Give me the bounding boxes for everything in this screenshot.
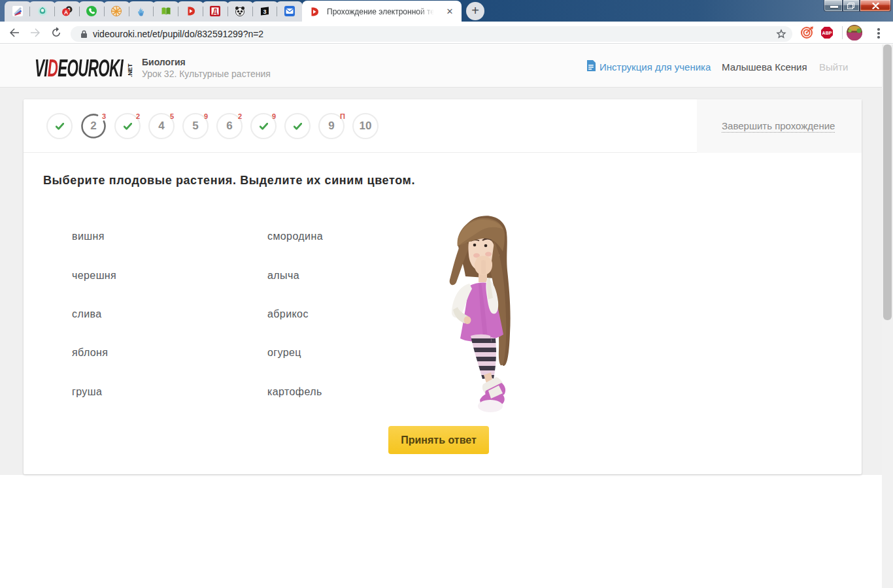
svg-text:A: A	[64, 9, 68, 16]
svg-text:Д: Д	[213, 8, 218, 15]
svg-text:3: 3	[263, 8, 266, 15]
svg-text:ABP: ABP	[822, 31, 832, 35]
